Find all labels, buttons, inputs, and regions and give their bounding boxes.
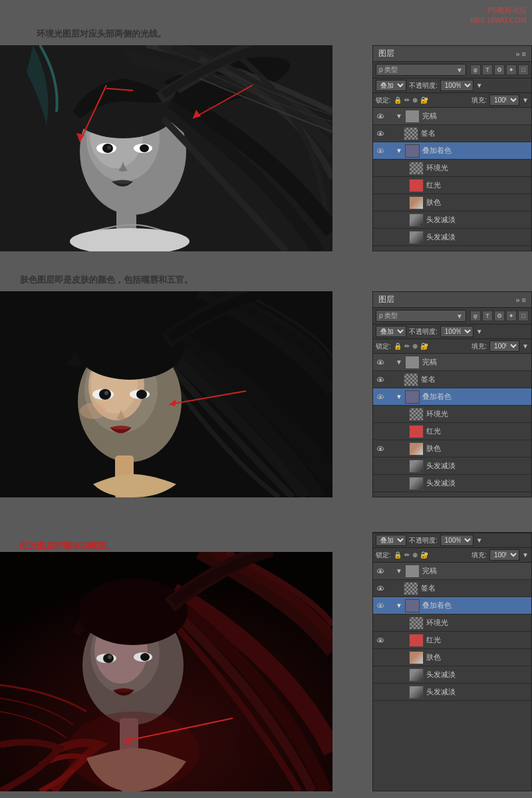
blend-mode-select3[interactable]: 叠加 xyxy=(376,535,406,546)
s3-layer-hair2[interactable]: 头发减淡 xyxy=(373,684,531,701)
watermark-line1: PS教程论坛 xyxy=(470,5,527,15)
section-1: 环境光图层对应头部两侧的光线。 xyxy=(0,20,532,259)
layer-thumb xyxy=(409,179,424,192)
layer-row-huanjing1[interactable]: 环境光 xyxy=(373,160,531,177)
layer-thumb xyxy=(405,110,420,123)
eye-icon[interactable] xyxy=(376,181,385,190)
s2-filter-icon5[interactable]: □ xyxy=(518,311,529,321)
s2-filter-icon2[interactable]: T xyxy=(482,311,493,321)
s3-layer-qianming[interactable]: 签名 xyxy=(373,580,531,597)
eye-icon[interactable] xyxy=(376,215,385,225)
panel3-lock-row: 锁定: 🔒✏⊕🔐 填充: 100% ▼ xyxy=(373,548,531,563)
svg-line-31 xyxy=(170,391,246,404)
section2-portrait xyxy=(0,291,332,497)
panel1-lock-row: 锁定: 🔒✏⊕🔐 填充: 100% ▼ xyxy=(373,93,531,108)
panel3-blend-row: 叠加 不透明度: 100% ▼ xyxy=(373,533,531,548)
eye-icon[interactable] xyxy=(376,198,385,207)
layer-thumb xyxy=(409,231,424,244)
panel1-title: 图层 » ≡ xyxy=(373,46,531,62)
layer-row-qianming1[interactable]: 签名 xyxy=(373,125,531,142)
s2-filter-icon3[interactable]: ⚙ xyxy=(494,311,505,321)
section-2: 肤色图层即是皮肤的颜色，包括嘴唇和五官。 xyxy=(0,266,532,505)
eye-icon[interactable] xyxy=(376,146,385,156)
layer-thumb xyxy=(409,196,424,209)
section2-annotation: 肤色图层即是皮肤的颜色，包括嘴唇和五官。 xyxy=(20,274,193,286)
filter-icon5[interactable]: □ xyxy=(518,65,529,75)
eye-icon[interactable] xyxy=(376,358,385,367)
blend-mode-select1[interactable]: 叠加 xyxy=(376,80,406,91)
panel1-blend-row: 叠加 不透明度: 100% ▼ xyxy=(373,78,531,93)
s3-layer-huanjing[interactable]: 环境光 xyxy=(373,614,531,632)
panel1-filter-row: ρ 类型 ▼ φ T ⚙ ✦ □ xyxy=(373,62,531,78)
eye-icon[interactable] xyxy=(376,164,385,173)
layer-thumb xyxy=(405,144,420,158)
layer-row-diazhuo1[interactable]: ▼ 叠加着色 xyxy=(373,142,531,160)
s2-layer-hair2[interactable]: 头发减淡 xyxy=(373,475,531,492)
section3-portrait xyxy=(0,552,332,791)
opacity-select2[interactable]: 100% xyxy=(440,326,473,337)
s2-filter-icon4[interactable]: ✦ xyxy=(506,311,517,321)
fill-select3[interactable]: 100% xyxy=(489,549,519,561)
panel1-icons: » ≡ xyxy=(515,50,526,58)
s2-layer-wangao[interactable]: ▼ 完稿 xyxy=(373,354,531,371)
svg-marker-47 xyxy=(123,737,131,744)
filter-icon3[interactable]: ⚙ xyxy=(494,65,505,75)
blend-mode-select2[interactable]: 叠加 xyxy=(376,326,406,337)
panel1-layer-list: ▼ 完稿 签名 ▼ 叠加着色 xyxy=(373,108,531,246)
panel3-layer-list: ▼ 完稿 签名 ▼ 叠加着色 环境光 xyxy=(373,563,531,701)
svg-line-17 xyxy=(106,88,133,90)
panel2-blend-row: 叠加 不透明度: 100% ▼ xyxy=(373,325,531,339)
s2-layer-qianming[interactable]: 签名 xyxy=(373,371,531,388)
section-3: 红光图层即整体的氛围。 xyxy=(0,532,532,791)
eye-icon[interactable] xyxy=(376,112,385,121)
panel2-icons: » ≡ xyxy=(515,296,526,304)
s3-layer-hair1[interactable]: 头发减淡 xyxy=(373,666,531,684)
panel2-filter-row: ρ 类型 ▼ φ T ⚙ ✦ □ xyxy=(373,308,531,325)
s3-layer-wangao[interactable]: ▼ 完稿 xyxy=(373,563,531,580)
s3-layer-fusze[interactable]: 肤色 xyxy=(373,649,531,666)
layer-thumb xyxy=(409,162,424,175)
eye-icon[interactable] xyxy=(376,233,385,242)
layer-row-hair1b[interactable]: 头发减淡 xyxy=(373,229,531,246)
s2-layer-huanjing[interactable]: 环境光 xyxy=(373,406,531,423)
filter-icon2[interactable]: T xyxy=(482,65,493,75)
s2-layer-fusze[interactable]: 肤色 xyxy=(373,440,531,458)
layer-row-wangao1[interactable]: ▼ 完稿 xyxy=(373,108,531,125)
panel2-title: 图层 » ≡ xyxy=(373,292,531,308)
watermark-line2: BBS.16WG.COM xyxy=(470,15,527,25)
filter-icon1[interactable]: φ xyxy=(470,65,481,75)
fill-select2[interactable]: 100% xyxy=(489,340,519,352)
layer-thumb xyxy=(404,127,418,140)
panel2-lock-row: 锁定: 🔒✏⊕🔐 填充: 100% ▼ xyxy=(373,339,531,354)
layer-thumb xyxy=(409,213,424,227)
s3-layer-diazhuo[interactable]: ▼ 叠加着色 xyxy=(373,597,531,614)
section1-portrait xyxy=(0,45,332,251)
svg-line-46 xyxy=(123,718,233,741)
svg-line-15 xyxy=(193,85,253,118)
layer-row-fusze1[interactable]: 肤色 xyxy=(373,194,531,211)
opacity-select1[interactable]: 100% xyxy=(440,80,473,91)
section1-layers-panel: 图层 » ≡ ρ 类型 ▼ φ T ⚙ ✦ □ 叠加 不 xyxy=(372,45,532,251)
section3-layers-panel: 叠加 不透明度: 100% ▼ 锁定: 🔒✏⊕🔐 填充: 100% ▼ ▼ 完稿 xyxy=(372,532,532,791)
opacity-select3[interactable]: 100% xyxy=(440,535,473,546)
layer-row-hair1a[interactable]: 头发减淡 xyxy=(373,211,531,229)
watermark: PS教程论坛 BBS.16WG.COM xyxy=(470,5,527,26)
s2-layer-hong[interactable]: 红光 xyxy=(373,423,531,440)
section3-annotation: 红光图层即整体的氛围。 xyxy=(20,540,115,552)
filter-icon4[interactable]: ✦ xyxy=(506,65,517,75)
layer-row-hong1[interactable]: 红光 xyxy=(373,177,531,194)
eye-icon[interactable] xyxy=(376,129,385,138)
panel2-layer-list: ▼ 完稿 签名 ▼ 叠加着色 环境光 xyxy=(373,354,531,492)
s2-layer-hair1[interactable]: 头发减淡 xyxy=(373,458,531,475)
svg-marker-32 xyxy=(170,399,176,406)
svg-line-13 xyxy=(80,85,106,142)
section1-annotation: 环境光图层对应头部两侧的光线。 xyxy=(37,28,166,40)
s2-layer-diazhuo[interactable]: ▼ 叠加着色 xyxy=(373,388,531,406)
s3-layer-hong[interactable]: 红光 xyxy=(373,632,531,649)
section2-layers-panel: 图层 » ≡ ρ 类型 ▼ φ T ⚙ ✦ □ 叠加 不透明度: xyxy=(372,291,532,497)
fill-select1[interactable]: 100% xyxy=(489,94,519,106)
s2-filter-icon1[interactable]: φ xyxy=(470,311,481,321)
